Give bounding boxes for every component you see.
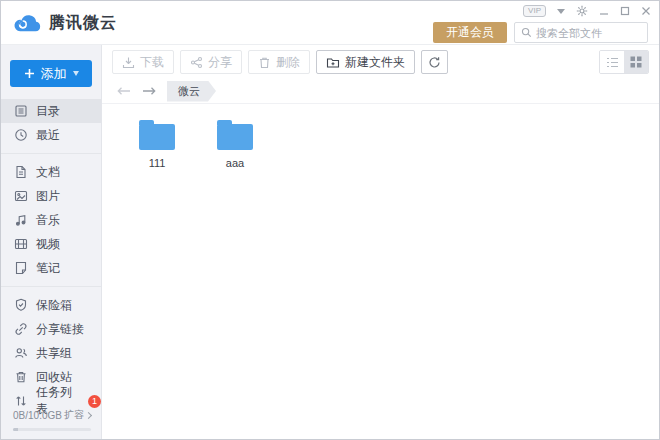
- grid-view-button[interactable]: [624, 51, 648, 73]
- storage-progress-bar: [13, 428, 91, 431]
- sidebar-item-directory[interactable]: 目录: [1, 99, 101, 123]
- vip-badge[interactable]: VIP: [523, 5, 546, 17]
- list-view-button[interactable]: [600, 51, 624, 73]
- download-icon: [122, 56, 135, 69]
- titlebar: 腾讯微云 VIP 开通会员: [1, 1, 659, 45]
- list-view-icon: [606, 57, 619, 68]
- app-window: 腾讯微云 VIP 开通会员 添加: [0, 0, 660, 440]
- search-box[interactable]: [514, 22, 648, 43]
- sidebar-item-recent[interactable]: 最近: [1, 123, 101, 147]
- folder-icon: [217, 124, 253, 150]
- share-link-icon: [14, 322, 28, 336]
- account-dropdown-icon[interactable]: [557, 9, 565, 14]
- main-panel: 下载 分享 删除 新建文件夹: [102, 45, 659, 439]
- expand-storage-link[interactable]: 扩容: [64, 408, 91, 422]
- app-title: 腾讯微云: [49, 13, 117, 34]
- header-actions: 开通会员: [433, 22, 648, 43]
- delete-button[interactable]: 删除: [248, 50, 310, 74]
- add-dropdown-icon: [73, 71, 79, 76]
- sidebar-divider: [1, 286, 101, 287]
- folder-name: 111: [149, 157, 166, 169]
- close-icon[interactable]: [641, 6, 651, 16]
- sidebar-item-videos[interactable]: 视频: [1, 232, 101, 256]
- refresh-button[interactable]: [421, 50, 448, 74]
- document-icon: [14, 165, 28, 179]
- folder-item[interactable]: 111: [126, 116, 188, 169]
- storage-info: 0B/10.0GB 扩容: [13, 408, 91, 431]
- share-button[interactable]: 分享: [180, 50, 242, 74]
- recent-icon: [14, 128, 28, 142]
- minimize-icon[interactable]: [599, 6, 609, 16]
- download-button[interactable]: 下载: [112, 50, 174, 74]
- back-button[interactable]: [117, 86, 131, 96]
- note-icon: [14, 261, 28, 275]
- task-list-icon: [14, 394, 28, 408]
- directory-icon: [14, 104, 28, 118]
- window-controls: VIP: [523, 4, 651, 18]
- sidebar-item-safe[interactable]: 保险箱: [1, 293, 101, 317]
- sidebar-item-music[interactable]: 音乐: [1, 208, 101, 232]
- add-button[interactable]: 添加: [10, 60, 92, 87]
- chevron-right-icon: [85, 411, 92, 418]
- cloud-logo-icon: [12, 12, 42, 34]
- folder-item[interactable]: aaa: [204, 116, 266, 169]
- file-grid: 111 aaa: [102, 104, 659, 439]
- breadcrumb: 微云: [102, 79, 659, 104]
- task-count-badge: 1: [88, 395, 101, 408]
- settings-gear-icon[interactable]: [576, 5, 588, 17]
- upgrade-membership-button[interactable]: 开通会员: [433, 22, 507, 43]
- sidebar: 添加 目录 最近 文档 图片: [1, 45, 102, 439]
- plus-icon: [24, 68, 35, 79]
- sidebar-item-notes[interactable]: 笔记: [1, 256, 101, 280]
- new-folder-button[interactable]: 新建文件夹: [316, 50, 415, 74]
- sidebar-item-documents[interactable]: 文档: [1, 160, 101, 184]
- breadcrumb-root[interactable]: 微云: [167, 81, 216, 102]
- sidebar-divider: [1, 153, 101, 154]
- refresh-icon: [428, 56, 441, 69]
- folder-icon: [139, 124, 175, 150]
- trash-icon: [258, 56, 271, 69]
- arrow-right-icon: [142, 86, 156, 96]
- app-logo: 腾讯微云: [12, 1, 117, 45]
- grid-view-icon: [630, 56, 642, 68]
- maximize-icon[interactable]: [620, 6, 630, 16]
- search-icon: [521, 27, 532, 38]
- music-icon: [14, 213, 28, 227]
- storage-usage: 0B/10.0GB: [13, 410, 62, 421]
- arrow-left-icon: [117, 86, 131, 96]
- search-input[interactable]: [536, 27, 636, 39]
- sidebar-item-shared-group[interactable]: 共享组: [1, 341, 101, 365]
- forward-button[interactable]: [142, 86, 156, 96]
- sidebar-item-share-links[interactable]: 分享链接: [1, 317, 101, 341]
- shared-group-icon: [14, 346, 28, 360]
- safe-icon: [14, 298, 28, 312]
- view-toggle: [599, 50, 649, 74]
- new-folder-icon: [326, 56, 340, 69]
- toolbar: 下载 分享 删除 新建文件夹: [102, 45, 659, 79]
- recycle-bin-icon: [14, 370, 28, 384]
- share-icon: [190, 56, 203, 69]
- picture-icon: [14, 189, 28, 203]
- storage-progress-fill: [13, 428, 18, 431]
- sidebar-nav: 目录 最近 文档 图片 音乐: [1, 99, 101, 413]
- video-icon: [14, 237, 28, 251]
- sidebar-item-pictures[interactable]: 图片: [1, 184, 101, 208]
- folder-name: aaa: [226, 157, 244, 169]
